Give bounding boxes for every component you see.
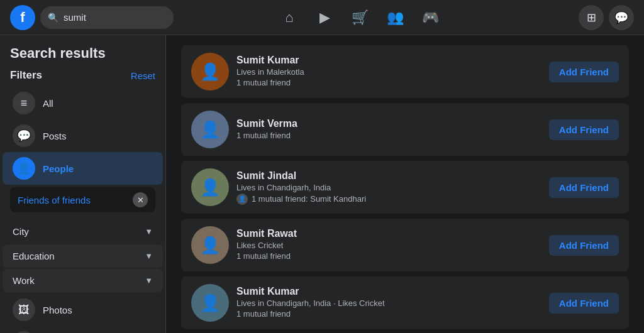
add-friend-btn-2[interactable]: Add Friend [549,119,619,140]
result-card-2: 👤 Sumit Verma 1 mutual friend Add Friend [181,103,629,156]
reset-button[interactable]: Reset [131,70,155,81]
work-filter[interactable]: Work ▼ [3,269,163,292]
grid-btn[interactable]: ⊞ [579,5,604,30]
mutual-avatar-3: 👤 [236,194,248,205]
result-card-5: 👤 Sumit Kumar Lives in Chandigarh, India… [181,276,629,329]
sidebar-title: Search results [0,43,165,67]
search-input[interactable] [64,12,166,23]
nav-left: f 🔍 [10,5,174,30]
sidebar-item-posts[interactable]: 💬 Posts [3,119,163,152]
video-nav-btn[interactable]: ▶ [309,3,340,33]
content-area: 👤 Sumit Kumar Lives in Malerkotla 1 mutu… [166,35,644,333]
main-area: Search results Filters Reset ≡ All 💬 Pos… [0,35,644,333]
education-chevron-icon: ▼ [145,251,153,261]
friends-filter-section: Friends of friends ✕ [0,185,165,220]
home-nav-btn[interactable]: ⌂ [274,3,304,33]
education-filter[interactable]: Education ▼ [3,244,163,268]
posts-icon: 💬 [13,124,35,147]
result-card-3: 👤 Sumit Jindal Lives in Chandigarh, Indi… [181,161,629,214]
result-mutual-3: 1 mutual friend: Sumit Kandhari [252,194,366,204]
city-filter-label: City [13,226,29,237]
avatar-4: 👤 [191,226,229,264]
all-icon: ≡ [13,92,35,114]
messenger-btn[interactable]: 💬 [609,5,634,30]
education-filter-label: Education [13,251,55,261]
result-info-2: Sumit Verma 1 mutual friend [236,118,541,141]
work-chevron-icon: ▼ [145,276,153,285]
result-info-4: Sumit Rawat Likes Cricket 1 mutual frien… [236,228,541,262]
friends-chip: Friends of friends ✕ [10,187,155,212]
result-mutual-2: 1 mutual friend [236,131,541,140]
sidebar-item-videos[interactable]: ▶ Videos [3,326,163,333]
sidebar-item-photos[interactable]: 🖼 Photos [3,293,163,326]
friends-chip-label: Friends of friends [18,195,91,205]
sidebar-item-people-label: People [43,163,74,174]
photos-icon: 🖼 [13,298,35,321]
result-mutual-5: 1 mutual friend [236,309,541,319]
avatar-5: 👤 [191,284,229,322]
sidebar-item-all-label: All [43,98,53,109]
result-card-1: 👤 Sumit Kumar Lives in Malerkotla 1 mutu… [181,45,629,98]
sidebar-item-all[interactable]: ≡ All [3,87,163,119]
result-name-4: Sumit Rawat [236,228,541,239]
close-friends-filter-btn[interactable]: ✕ [133,192,148,207]
avatar-1: 👤 [191,53,229,90]
result-card-4: 👤 Sumit Rawat Likes Cricket 1 mutual fri… [181,219,629,271]
filters-header: Filters Reset [0,67,165,87]
friends-nav-btn[interactable]: 👥 [380,3,410,33]
add-friend-btn-4[interactable]: Add Friend [549,235,619,256]
result-name-5: Sumit Kumar [236,286,541,297]
avatar-2: 👤 [191,111,229,148]
top-nav: f 🔍 ⌂ ▶ 🛒 👥 🎮 ⊞ 💬 [0,0,644,35]
result-detail1-3: Lives in Chandigarh, India [236,183,541,192]
city-chevron-icon: ▼ [145,227,153,236]
search-icon: 🔍 [48,13,58,23]
avatar-3: 👤 [191,168,229,206]
result-info-3: Sumit Jindal Lives in Chandigarh, India … [236,170,541,205]
people-icon: 👤 [13,157,35,180]
result-detail1-5: Lives in Chandigarh, India · Likes Crick… [236,298,541,308]
mutual-row-3: 👤 1 mutual friend: Sumit Kandhari [236,194,541,205]
result-detail1-4: Likes Cricket [236,241,541,250]
result-name-2: Sumit Verma [236,118,541,129]
result-name-3: Sumit Jindal [236,170,541,182]
facebook-logo[interactable]: f [10,5,35,30]
search-bar[interactable]: 🔍 [40,6,174,29]
result-info-5: Sumit Kumar Lives in Chandigarh, India ·… [236,286,541,320]
result-name-1: Sumit Kumar [236,55,541,66]
work-filter-label: Work [13,275,35,286]
store-nav-btn[interactable]: 🛒 [345,3,375,33]
result-mutual-1: 1 mutual friend [236,78,541,87]
sidebar-item-photos-label: Photos [43,305,72,315]
sidebar-item-people[interactable]: 👤 People [3,152,163,185]
sidebar-item-posts-label: Posts [43,131,67,141]
filters-label: Filters [10,69,42,82]
city-filter[interactable]: City ▼ [3,220,163,243]
result-info-1: Sumit Kumar Lives in Malerkotla 1 mutual… [236,55,541,89]
add-friend-btn-3[interactable]: Add Friend [549,177,619,198]
nav-center: ⌂ ▶ 🛒 👥 🎮 [174,3,546,33]
add-friend-btn-5[interactable]: Add Friend [549,293,619,314]
sidebar: Search results Filters Reset ≡ All 💬 Pos… [0,35,166,333]
result-detail1-1: Lives in Malerkotla [236,67,541,77]
result-mutual-4: 1 mutual friend [236,251,541,261]
nav-right: ⊞ 💬 [546,5,634,30]
gaming-nav-btn[interactable]: 🎮 [415,3,445,33]
add-friend-btn-1[interactable]: Add Friend [549,62,619,82]
